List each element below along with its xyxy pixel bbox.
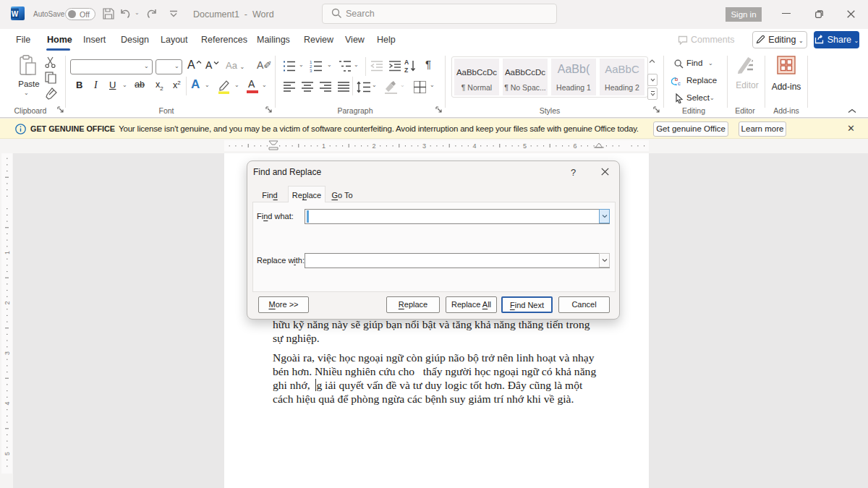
svg-text:W: W bbox=[12, 10, 19, 18]
svg-text:5: 5 bbox=[4, 452, 11, 455]
svg-text:c: c bbox=[678, 80, 681, 87]
svg-text:1: 1 bbox=[322, 142, 326, 150]
svg-text:3: 3 bbox=[310, 69, 312, 72]
svg-text:3: 3 bbox=[422, 142, 426, 150]
svg-text:A: A bbox=[404, 59, 409, 66]
svg-text:3: 3 bbox=[4, 351, 11, 355]
svg-text:2: 2 bbox=[4, 301, 11, 304]
svg-text:Z: Z bbox=[404, 67, 408, 73]
svg-text:1: 1 bbox=[4, 251, 11, 254]
svg-text:6: 6 bbox=[573, 142, 576, 150]
svg-text:2: 2 bbox=[372, 142, 375, 150]
svg-text:4: 4 bbox=[4, 401, 11, 405]
svg-text:4: 4 bbox=[472, 142, 476, 150]
svg-text:5: 5 bbox=[523, 142, 527, 150]
